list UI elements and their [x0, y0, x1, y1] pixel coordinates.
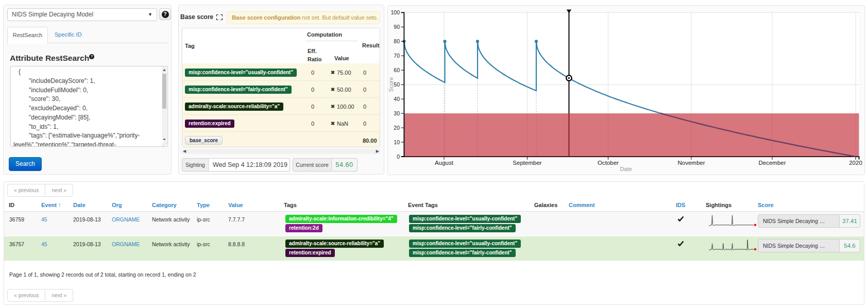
- svg-text:December: December: [758, 160, 786, 166]
- svg-text:100: 100: [390, 9, 400, 15]
- svg-text:Score: Score: [388, 77, 394, 92]
- svg-text:10: 10: [394, 139, 400, 145]
- svg-text:August: August: [435, 160, 454, 166]
- svg-text:40: 40: [394, 96, 400, 102]
- svg-text:20: 20: [394, 125, 400, 131]
- svg-text:70: 70: [394, 53, 400, 59]
- svg-text:90: 90: [394, 24, 400, 30]
- svg-text:30: 30: [394, 110, 400, 116]
- svg-text:80: 80: [394, 38, 400, 44]
- svg-text:60: 60: [394, 67, 400, 73]
- svg-text:2020: 2020: [849, 160, 862, 166]
- svg-text:November: November: [677, 160, 705, 166]
- svg-text:October: October: [598, 160, 619, 166]
- svg-text:Date: Date: [620, 166, 632, 172]
- svg-text:September: September: [513, 160, 541, 166]
- svg-text:50: 50: [394, 81, 400, 88]
- svg-text:0: 0: [397, 154, 400, 160]
